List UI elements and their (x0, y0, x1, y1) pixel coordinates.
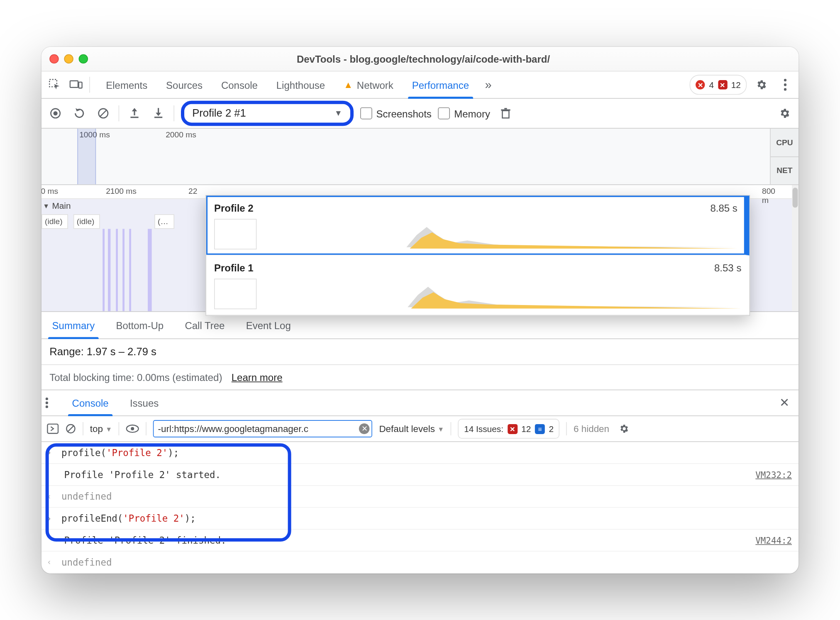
tab-sources[interactable]: Sources (157, 71, 212, 98)
console-clear-icon[interactable] (66, 423, 76, 434)
live-expression-icon[interactable] (126, 424, 139, 433)
profile-option[interactable]: Profile 18.53 s (206, 255, 750, 315)
profile-select[interactable]: Profile 2 #1 ▼ (181, 100, 354, 126)
profile-name: Profile 2 (214, 202, 254, 213)
record-icon[interactable] (47, 105, 64, 122)
console-source-link[interactable]: VM244:2 (755, 535, 792, 545)
svg-line-9 (100, 110, 107, 117)
overview-right-labels: CPU NET (770, 128, 798, 184)
range-text: Range: 1.97 s – 2.79 s (42, 339, 798, 365)
profile-waveform (265, 280, 742, 309)
tab-elements[interactable]: Elements (97, 71, 157, 98)
window-controls (49, 54, 88, 63)
overview-selection[interactable] (77, 128, 96, 184)
device-toolbar-icon[interactable] (67, 75, 85, 94)
console-line: ‹undefined (42, 552, 798, 574)
clear-icon[interactable] (95, 105, 112, 122)
window-title: DevTools - blog.google/technology/ai/cod… (88, 53, 759, 64)
tab-bottom-up[interactable]: Bottom-Up (105, 312, 174, 338)
settings-icon[interactable] (752, 75, 771, 94)
panel-settings-icon[interactable] (776, 105, 794, 122)
issue-info-icon: ≡ (535, 424, 545, 434)
console-filter-input[interactable] (153, 420, 372, 437)
tab-performance[interactable]: Performance (403, 71, 478, 98)
reload-icon[interactable] (71, 105, 88, 122)
tab-network[interactable]: ▲ Network (335, 71, 403, 98)
output-glyph-icon: ‹ (47, 557, 55, 566)
svg-point-22 (131, 427, 134, 430)
console-line: ‹undefined (42, 486, 798, 508)
overview-ticks: 1000 ms 2000 ms 9000 r (42, 128, 798, 140)
tab-lighthouse[interactable]: Lighthouse (267, 71, 334, 98)
svg-point-15 (46, 397, 48, 400)
close-window-icon[interactable] (49, 54, 59, 63)
output-glyph-icon: ‹ (47, 492, 55, 501)
chevron-down-icon: ▼ (43, 202, 49, 210)
console-text: profile('Profile 2'); (61, 447, 792, 458)
idle-block: (idle) (42, 214, 68, 229)
console-body[interactable]: ›profile('Profile 2');Profile 'Profile 2… (42, 442, 798, 574)
profile-option[interactable]: Profile 28.85 s (206, 195, 750, 255)
upload-icon[interactable] (126, 105, 143, 122)
more-tabs-icon[interactable]: » (481, 78, 496, 92)
console-sidebar-icon[interactable] (47, 423, 59, 434)
context-selector[interactable]: top ▼ (90, 423, 112, 434)
zoom-window-icon[interactable] (79, 54, 88, 63)
learn-more-link[interactable]: Learn more (232, 371, 283, 383)
minimize-window-icon[interactable] (64, 54, 73, 63)
svg-rect-12 (502, 110, 509, 118)
error-summary[interactable]: ✕ 4 ✕ 12 (690, 75, 747, 95)
drawer-tab-issues[interactable]: Issues (120, 390, 168, 415)
svg-point-17 (46, 405, 48, 408)
checkbox-icon (438, 107, 450, 119)
console-text: undefined (61, 491, 792, 502)
issue-error-icon: ✕ (508, 424, 518, 434)
drawer-menu-icon[interactable] (46, 397, 60, 408)
clear-filter-icon[interactable]: ✕ (359, 423, 370, 434)
drawer-tab-console[interactable]: Console (63, 390, 118, 415)
console-line: ›profileEnd('Profile 2'); (42, 508, 798, 530)
svg-line-20 (68, 425, 73, 431)
flame-scrollbar[interactable] (792, 185, 798, 311)
svg-point-5 (784, 88, 786, 90)
main-tabstrip: Elements Sources Console Lighthouse ▲ Ne… (42, 71, 798, 99)
error-count: 4 (709, 80, 714, 90)
console-line: Profile 'Profile 2' started.VM232:2 (42, 464, 798, 486)
issues-summary[interactable]: 14 Issues: ✕ 12 ≡ 2 (458, 419, 560, 439)
log-levels-selector[interactable]: Default levels ▼ (379, 423, 444, 434)
titlebar: DevTools - blog.google/technology/ai/cod… (42, 47, 798, 71)
drawer-tabs: Console Issues ✕ (42, 390, 798, 416)
console-source-link[interactable]: VM232:2 (755, 469, 792, 479)
chevron-down-icon: ▼ (437, 425, 444, 432)
input-glyph-icon: › (47, 448, 55, 457)
profile-select-value: Profile 2 #1 (192, 107, 246, 119)
svg-rect-14 (504, 108, 507, 109)
console-text: Profile 'Profile 2' started. (61, 469, 749, 480)
svg-point-4 (784, 83, 786, 86)
error-square-count: 12 (731, 80, 741, 90)
delete-icon[interactable] (497, 105, 514, 122)
kebab-menu-icon[interactable] (776, 75, 795, 94)
svg-rect-1 (70, 81, 78, 87)
svg-point-3 (784, 78, 786, 81)
memory-checkbox[interactable]: Memory (438, 107, 490, 119)
console-filter[interactable]: ✕ (153, 420, 372, 437)
main-thread-header[interactable]: ▼ Main (42, 201, 71, 211)
tab-console[interactable]: Console (212, 71, 267, 98)
close-drawer-icon[interactable]: ✕ (774, 395, 795, 410)
download-icon[interactable] (150, 105, 167, 122)
profile-duration: 8.85 s (710, 202, 737, 213)
truncated-block: (… (154, 214, 174, 229)
inspect-element-icon[interactable] (46, 75, 64, 94)
console-text: undefined (61, 557, 792, 567)
svg-rect-10 (130, 117, 138, 118)
profile-dropdown[interactable]: Profile 28.85 sProfile 18.53 s (205, 195, 750, 315)
error-circle-icon: ✕ (696, 80, 705, 89)
console-settings-icon[interactable] (618, 423, 629, 434)
tab-summary[interactable]: Summary (42, 312, 105, 338)
performance-body: 1000 ms 2000 ms 9000 r CPU NET 0 ms 2100… (42, 128, 798, 573)
screenshots-checkbox[interactable]: Screenshots (360, 107, 432, 119)
svg-rect-11 (154, 117, 162, 118)
profile-thumbnail (214, 278, 256, 309)
overview-ruler[interactable]: 1000 ms 2000 ms 9000 r CPU NET (42, 128, 798, 185)
